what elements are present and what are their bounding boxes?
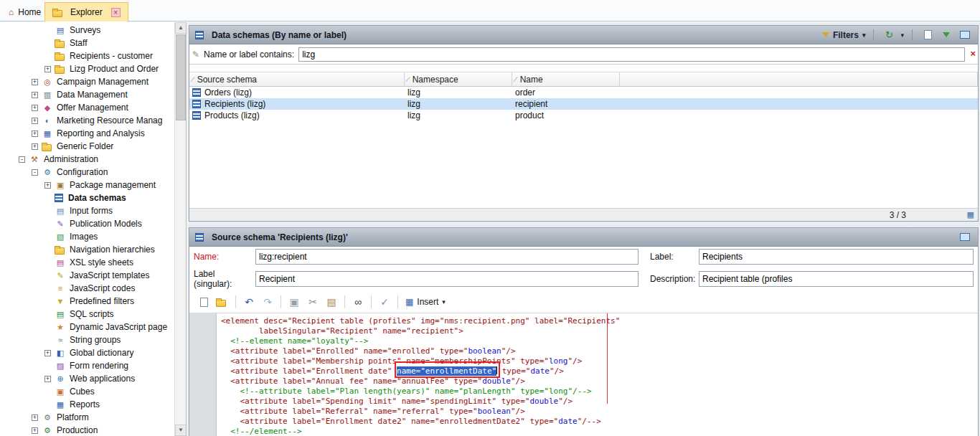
label-singular-field[interactable] xyxy=(255,271,639,287)
tree-item-package-management[interactable]: +▣Package management xyxy=(0,179,174,191)
column-header-source-schema[interactable]: ∕Source schema xyxy=(189,72,405,86)
tree-scrollbar[interactable]: ▲ ▼ xyxy=(174,22,186,436)
tree-item-production[interactable]: +⚙Production xyxy=(0,424,174,436)
search-input[interactable] xyxy=(298,47,965,62)
validate-button[interactable]: ✓ xyxy=(376,294,393,310)
toolbar-separator xyxy=(397,295,398,308)
tree-expander[interactable]: + xyxy=(32,105,38,111)
refresh-menu-arrow[interactable]: ▾ xyxy=(900,32,904,39)
tree-item-administration[interactable]: -⚒Administration xyxy=(0,153,174,166)
scroll-up-icon[interactable]: ▲ xyxy=(175,22,187,34)
code-line-7[interactable]: <attribute label="Annual fee" name="annu… xyxy=(221,376,978,387)
tree-expander[interactable]: - xyxy=(32,169,38,176)
tree-item-reporting-and-analysis[interactable]: +▦Reporting and Analysis xyxy=(0,127,174,140)
tree-expander[interactable]: + xyxy=(32,92,38,98)
close-tab-icon[interactable]: × xyxy=(111,8,121,17)
tree-item-recipients-customer[interactable]: +Recipients - customer xyxy=(0,49,174,62)
tree-item-cubes[interactable]: +▣Cubes xyxy=(0,385,174,398)
paste-button[interactable]: ▤ xyxy=(323,294,340,310)
table-row-recipient[interactable]: Recipients (lizg)lizgrecipient xyxy=(189,98,978,110)
tab-explorer[interactable]: Explorer × xyxy=(44,2,128,22)
refresh-button[interactable]: ↻ xyxy=(882,28,896,42)
copy-button[interactable]: ▣ xyxy=(286,294,303,310)
tree-expander[interactable]: + xyxy=(44,66,51,72)
open-button[interactable] xyxy=(214,294,231,310)
scroll-down-icon[interactable]: ▼ xyxy=(175,425,187,436)
tree-item-staff[interactable]: +Staff xyxy=(0,37,174,49)
filters-button[interactable]: Filters ▾ xyxy=(822,30,866,40)
tree-expander[interactable]: + xyxy=(32,427,38,434)
code-line-5[interactable]: <attribute label="Membership points" nam… xyxy=(221,356,978,366)
tree-expander[interactable]: + xyxy=(32,414,38,421)
tree-item-javascript-codes[interactable]: +≡JavaScript codes xyxy=(0,282,174,295)
code-body[interactable]: <element desc="Recipient table (profiles… xyxy=(217,313,978,436)
tree-item-images[interactable]: +▧Images xyxy=(0,230,174,243)
code-line-11[interactable]: <attribute label="Enrollment date2" name… xyxy=(221,417,978,427)
redo-button[interactable]: ↷ xyxy=(259,294,276,310)
apply-filter-button[interactable] xyxy=(939,28,953,42)
insert-button[interactable]: ▦ Insert ▾ xyxy=(402,297,448,307)
column-header-namespace[interactable]: ∕Namespace xyxy=(405,72,512,86)
tree-item-reports[interactable]: +▦Reports xyxy=(0,398,174,411)
tree-item-dynamic-javascript-page[interactable]: +★Dynamic JavaScript page xyxy=(0,321,174,333)
tree-expander[interactable]: - xyxy=(19,156,25,163)
tab-home[interactable]: ⌂ Home xyxy=(1,2,48,22)
code-line-6[interactable]: <attribute label="Enrollment date" name=… xyxy=(221,366,978,376)
label-field[interactable] xyxy=(699,249,974,265)
undo-button[interactable]: ↶ xyxy=(240,294,258,310)
clear-search-icon[interactable]: × xyxy=(970,49,976,58)
tree-item-platform[interactable]: +⚙Platform xyxy=(0,411,174,424)
tree-expander[interactable]: + xyxy=(32,131,38,137)
tree-item-data-management[interactable]: +▥Data Management xyxy=(0,88,174,101)
tree-expander[interactable]: + xyxy=(44,376,51,382)
tree-expander[interactable]: + xyxy=(32,118,38,124)
tree-expander[interactable]: + xyxy=(32,79,38,85)
description-field[interactable] xyxy=(699,271,974,287)
table-row-order[interactable]: Orders (lizg)lizgorder xyxy=(189,87,978,98)
tree-item-input-forms[interactable]: +▤Input forms xyxy=(0,204,174,217)
tree-item-navigation-hierarchies[interactable]: +Navigation hierarchies xyxy=(0,243,174,256)
grid-view-icon[interactable]: ▦ xyxy=(967,210,974,219)
new-file-button[interactable] xyxy=(195,294,212,310)
detach-panel-button[interactable] xyxy=(958,230,972,245)
tree-item-sql-scripts[interactable]: +▤SQL scripts xyxy=(0,308,174,321)
tree-item-web-applications[interactable]: +⊕Web applications xyxy=(0,372,174,385)
table-row-product[interactable]: Products (lizg)lizgproduct xyxy=(189,110,978,121)
tree-item-generic-folder[interactable]: +Generic Folder xyxy=(0,140,174,153)
code-line-9[interactable]: <attribute label="Spending limit" name="… xyxy=(221,397,978,407)
code-line-8[interactable]: <!--attribute label="Plan length(years)"… xyxy=(221,387,978,397)
tree-expander[interactable]: + xyxy=(44,182,51,189)
scrollbar-thumb[interactable] xyxy=(176,34,186,120)
code-line-3[interactable]: <!--element name="loyalty"--> xyxy=(221,336,978,346)
tree-item-data-schemas[interactable]: +Data schemas xyxy=(0,191,174,204)
tree-item-xsl-style-sheets[interactable]: +▤XSL style sheets xyxy=(0,256,174,269)
column-header-name[interactable]: ∕Name xyxy=(512,72,620,86)
new-schema-button[interactable] xyxy=(920,28,935,42)
code-line-2[interactable]: labelSingular="Recipient" name="recipien… xyxy=(221,326,978,336)
tree-expander[interactable]: + xyxy=(32,143,38,150)
name-field[interactable] xyxy=(255,249,639,265)
detach-panel-button[interactable] xyxy=(958,28,972,42)
tree-item-lizg-product-and-order[interactable]: +Lizg Product and Order xyxy=(0,62,174,75)
tree-item-surveys[interactable]: +▤Surveys xyxy=(0,24,174,37)
tree-item-string-groups[interactable]: +≈String groups xyxy=(0,333,174,346)
tree-item-form-rendering[interactable]: +▨Form rendering xyxy=(0,359,174,372)
schema-icon xyxy=(195,31,204,39)
tree-item-javascript-templates[interactable]: +✎JavaScript templates xyxy=(0,269,174,282)
tree-item-predefined-filters[interactable]: +▼Predefined filters xyxy=(0,295,174,308)
find-button[interactable]: ∞ xyxy=(349,294,367,310)
code-line-12[interactable]: <!--/element--> xyxy=(221,427,978,436)
tree-item-publication-models[interactable]: +✎Publication Models xyxy=(0,217,174,230)
code-line-10[interactable]: <attribute label="Referral" name="referr… xyxy=(221,407,978,417)
monitor-icon xyxy=(960,233,970,241)
tree-expander[interactable]: + xyxy=(44,350,51,356)
tree-item-offer-management[interactable]: +◆Offer Management xyxy=(0,101,174,114)
code-line-1[interactable]: <element desc="Recipient table (profiles… xyxy=(221,316,978,326)
tree-item-campaign-management[interactable]: +◎Campaign Management xyxy=(0,75,174,88)
tree-item-configuration[interactable]: -⚙Configuration xyxy=(0,166,174,179)
tree-item-global-dictionary[interactable]: +◧Global dictionary xyxy=(0,346,174,359)
tree-item-marketing-resource-manag[interactable]: +◐Marketing Resource Manag xyxy=(0,114,174,127)
cut-button[interactable]: ✂ xyxy=(304,294,321,310)
code-editor[interactable]: <element desc="Recipient table (profiles… xyxy=(189,313,978,436)
code-line-4[interactable]: <attribute label="Enrolled" name="enroll… xyxy=(221,346,978,356)
